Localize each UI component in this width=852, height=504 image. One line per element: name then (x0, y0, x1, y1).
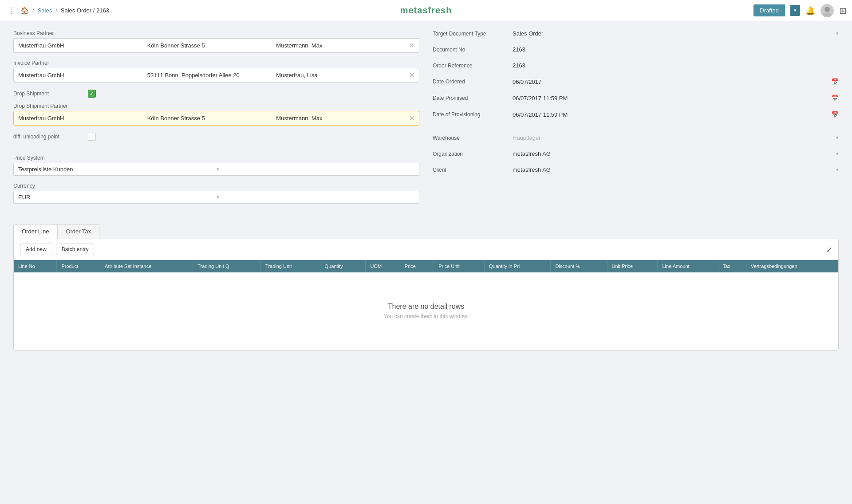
business-partner-clear-icon[interactable]: ✕ (409, 41, 414, 50)
diff-unloading-row: diff. unloading point (13, 133, 419, 141)
col-qty-in-pri: Quantity in Pri (485, 260, 551, 272)
tabs-section: Order Line Order Tax Add new Batch entry… (13, 224, 839, 350)
drop-shipment-checkbox[interactable]: ✓ (88, 90, 96, 98)
date-ordered-value[interactable]: 06/07/2017 📅 (513, 78, 839, 85)
currency-select[interactable]: EUR ▾ (13, 191, 419, 204)
currency-chevron-icon: ▾ (217, 194, 415, 200)
drop-shipment-label: Drop Shipment (13, 91, 84, 97)
date-provisioning-value[interactable]: 06/07/2017 11:59 PM 📅 (513, 111, 839, 118)
drop-shipment-partner-clear-icon[interactable]: ✕ (409, 114, 414, 122)
date-ordered-label: Date Ordered (433, 79, 513, 85)
tab-order-line[interactable]: Order Line (13, 224, 57, 239)
drafted-dropdown-button[interactable]: ▾ (790, 5, 800, 16)
empty-state-title: There are no detail rows (27, 303, 825, 311)
grid-menu-icon[interactable]: ⊞ (839, 5, 847, 16)
col-line-amount: Line Amount (658, 260, 718, 272)
date-promised-value[interactable]: 06/07/2017 11:59 PM 📅 (513, 94, 839, 102)
client-chevron-icon: ▾ (836, 167, 839, 173)
organization-label: Organization (433, 151, 513, 157)
svg-point-1 (823, 12, 832, 17)
target-doc-type-value[interactable]: Sales Order ▾ (513, 30, 839, 37)
tab-bar: Order Line Order Tax (13, 224, 839, 239)
order-reference-label: Order Reference (433, 63, 513, 69)
client-label: Client (433, 167, 513, 173)
col-price-unit: Price Unit (434, 260, 485, 272)
col-quantity: Quantity (320, 260, 366, 272)
drop-shipment-partner-address: Köln Bonner Strasse 5 (147, 115, 276, 122)
expand-icon[interactable]: ⤢ (826, 245, 832, 254)
diff-unloading-label: diff. unloading point (13, 134, 84, 140)
tab-order-tax[interactable]: Order Tax (57, 224, 99, 239)
date-promised-label: Date Promised (433, 95, 513, 101)
organization-row: Organization metasfresh AG ▾ (433, 150, 839, 162)
drop-shipment-partner-contact: Mustermann, Max (276, 115, 405, 122)
empty-state: There are no detail rows You can create … (18, 276, 834, 346)
avatar[interactable] (820, 4, 834, 17)
svg-point-0 (824, 7, 830, 12)
empty-state-subtitle: You can create them in this window. (27, 313, 825, 319)
invoice-partner-label: Invoice Partner (13, 60, 419, 66)
col-tax: Tax (718, 260, 746, 272)
currency-label: Currency (13, 183, 419, 189)
add-new-button[interactable]: Add new (20, 244, 52, 255)
date-provisioning-calendar-icon: 📅 (831, 111, 839, 118)
top-navigation: ⋮ 🏠 / Sales / Sales Order / 2163 metasfr… (0, 0, 852, 21)
price-system-value: Testpreisliste Kunden (18, 166, 217, 173)
table-card: Add new Batch entry ⤢ Line No Product At… (13, 239, 839, 350)
form-card: Business Partner Musterfrau GmbH Köln Bo… (13, 30, 839, 211)
client-value[interactable]: metasfresh AG ▾ (513, 166, 839, 173)
business-partner-name: Musterfrau GmbH (18, 42, 147, 49)
warehouse-value[interactable]: Hauptlager ▾ (513, 134, 839, 141)
date-promised-row: Date Promised 06/07/2017 11:59 PM 📅 (433, 94, 839, 106)
price-system-section: Price System Testpreisliste Kunden ▾ (13, 155, 419, 176)
warehouse-row: Warehouse Hauptlager ▾ (433, 134, 839, 146)
document-no-row: Document No 2163 (433, 46, 839, 58)
batch-entry-button[interactable]: Batch entry (56, 244, 95, 255)
col-product: Product (57, 260, 100, 272)
col-discount: Discount % (551, 260, 607, 272)
drop-shipment-row: Drop Shipment ✓ (13, 90, 419, 98)
menu-dots-icon[interactable]: ⋮ (5, 4, 17, 17)
col-vertragsbedingungen: Vertragsbedingungen (746, 260, 838, 272)
toolbar-buttons: Add new Batch entry (20, 244, 94, 255)
business-partner-contact: Mustermann, Max (276, 42, 405, 49)
target-doc-type-row: Target Document Type Sales Order ▾ (433, 30, 839, 42)
nav-left: ⋮ 🏠 / Sales / Sales Order / 2163 (5, 4, 750, 17)
target-doc-type-label: Target Document Type (433, 31, 513, 37)
business-partner-row[interactable]: Musterfrau GmbH Köln Bonner Strasse 5 Mu… (13, 38, 419, 53)
drop-shipment-partner-section: Drop Shipment Partner Musterfrau GmbH Kö… (13, 103, 419, 126)
table-header-row: Line No Product Attribute Set Instance T… (14, 260, 838, 272)
date-promised-calendar-icon: 📅 (831, 94, 839, 102)
left-form: Business Partner Musterfrau GmbH Köln Bo… (13, 30, 419, 211)
currency-value: EUR (18, 194, 217, 201)
col-attr-set: Attribute Set Instance (100, 260, 193, 272)
col-line-no: Line No (14, 260, 57, 272)
date-provisioning-row: Date of Provisioning 06/07/2017 11:59 PM… (433, 111, 839, 123)
price-system-label: Price System (13, 155, 419, 161)
app-title: metasfresh (400, 5, 452, 15)
col-unit-price: Unit Price (607, 260, 658, 272)
drop-shipment-partner-row[interactable]: Musterfrau GmbH Köln Bonner Strasse 5 Mu… (13, 111, 419, 126)
app-title-container: metasfresh (400, 5, 452, 16)
breadcrumb-sales[interactable]: Sales (38, 7, 52, 14)
bell-icon[interactable]: 🔔 (805, 6, 815, 16)
price-system-select[interactable]: Testpreisliste Kunden ▾ (13, 163, 419, 176)
drafted-button[interactable]: Drafted (753, 4, 785, 16)
invoice-partner-row[interactable]: Musterfrau GmbH 53111 Bonn, Poppelsdorfe… (13, 68, 419, 83)
date-ordered-calendar-icon: 📅 (831, 78, 839, 85)
business-partner-address: Köln Bonner Strasse 5 (147, 42, 276, 49)
invoice-partner-clear-icon[interactable]: ✕ (409, 71, 414, 79)
col-price: Price (400, 260, 434, 272)
col-trading-unit: Trading Unit (261, 260, 320, 272)
business-partner-section: Business Partner Musterfrau GmbH Köln Bo… (13, 30, 419, 53)
organization-value[interactable]: metasfresh AG ▾ (513, 150, 839, 157)
drop-shipment-partner-name: Musterfrau GmbH (18, 115, 147, 122)
order-reference-row: Order Reference 2163 (433, 62, 839, 74)
breadcrumb-sep-2: / (55, 7, 57, 14)
warehouse-label: Warehouse (433, 135, 513, 141)
home-icon[interactable]: 🏠 (20, 7, 29, 15)
document-no-label: Document No (433, 47, 513, 53)
diff-unloading-checkbox[interactable] (88, 133, 96, 141)
document-no-value: 2163 (513, 46, 839, 53)
date-ordered-row: Date Ordered 06/07/2017 📅 (433, 78, 839, 90)
